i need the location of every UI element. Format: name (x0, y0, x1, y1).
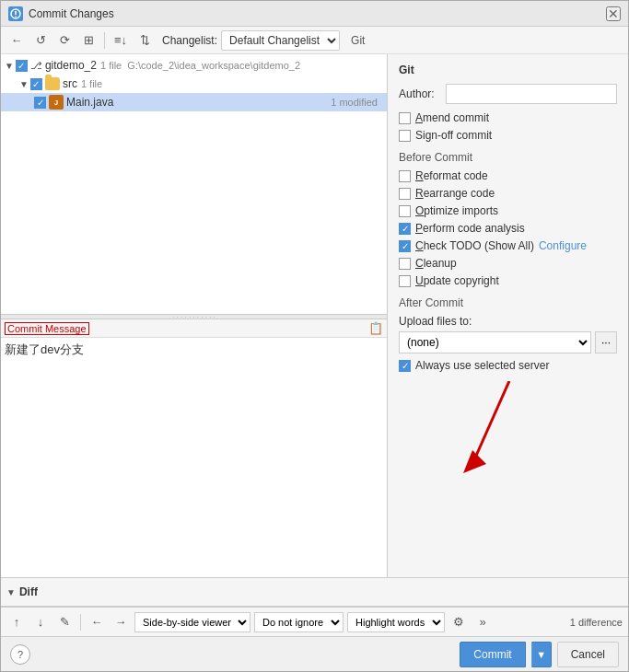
chevron-src: ▼ (19, 79, 29, 89)
diff-fwd-btn[interactable]: → (111, 612, 131, 632)
author-row: Author: (399, 84, 617, 104)
file-tree: ▼ ✓ ⎇ gitdemo_2 1 file G:\code_2\idea_wo… (1, 54, 387, 314)
diff-back-btn[interactable]: ← (87, 612, 107, 632)
checkbox-always-use[interactable]: ✓ (399, 360, 411, 372)
checkbox-main-java[interactable]: ✓ (34, 97, 46, 109)
gitdemo2-meta: 1 file G:\code_2\idea_workspace\gitdemo_… (100, 60, 300, 71)
right-panel: Git Author: Amend commit Sign-off commit… (388, 54, 628, 577)
amend-commit-row: Amend commit (399, 111, 617, 124)
update-copyright-label: Update copyright (415, 274, 499, 287)
close-button[interactable]: ✕ (606, 6, 621, 21)
diff-settings-btn[interactable]: ⚙ (448, 612, 469, 632)
cleanup-row: Cleanup (399, 257, 617, 270)
title-bar-left: Commit Changes (8, 6, 114, 21)
always-use-row: ✓ Always use selected server (399, 359, 617, 372)
svg-marker-4 (463, 450, 486, 473)
checkbox-src[interactable]: ✓ (30, 78, 42, 90)
toolbar-sort-btn[interactable]: ≡↓ (111, 30, 131, 51)
upload-row: (none) ··· (399, 331, 617, 353)
author-input[interactable] (446, 84, 617, 104)
toolbar-back-btn[interactable]: ← (6, 30, 27, 51)
diff-toolbar: ↑ ↓ ✎ ← → Side-by-side viewer Do not ign… (1, 607, 628, 636)
checkbox-gitdemo2[interactable]: ✓ (16, 60, 28, 72)
changelist-select[interactable]: Default Changelist (221, 30, 340, 51)
diff-up-btn[interactable]: ↑ (6, 612, 27, 632)
commit-msg-settings-btn[interactable]: 📋 (368, 321, 383, 335)
checkbox-cleanup[interactable] (399, 258, 411, 270)
help-button[interactable]: ? (10, 644, 30, 665)
left-panel: ▼ ✓ ⎇ gitdemo_2 1 file G:\code_2\idea_wo… (1, 54, 388, 577)
diff-edit-btn[interactable]: ✎ (54, 612, 75, 632)
cancel-button[interactable]: Cancel (557, 642, 619, 667)
diff-bar: ▼ Diff (1, 577, 628, 607)
arrow-area (399, 381, 617, 492)
tree-item-src[interactable]: ▼ ✓ src 1 file (1, 75, 387, 93)
ignore-select[interactable]: Do not ignore (254, 612, 344, 632)
upload-dots-btn[interactable]: ··· (595, 331, 617, 353)
checkbox-rearrange[interactable] (399, 188, 411, 200)
optimize-row: Optimize imports (399, 204, 617, 217)
always-use-label: Always use selected server (415, 359, 549, 372)
reformat-label: Reformat code (415, 169, 488, 182)
java-icon: J (49, 95, 64, 110)
commit-arrow-button[interactable]: ▼ (531, 642, 552, 667)
configure-link[interactable]: Configure (539, 239, 587, 252)
checkbox-update-copyright[interactable] (399, 275, 411, 287)
diff-count: 1 difference (570, 617, 623, 628)
toolbar-refresh-btn[interactable]: ⟳ (54, 30, 75, 51)
title-bar: Commit Changes ✕ (1, 1, 628, 27)
side-by-side-select[interactable]: Side-by-side viewer (134, 612, 250, 632)
after-commit-header: After Commit (399, 296, 617, 309)
upload-label: Upload files to: (399, 315, 617, 328)
checkbox-check-todo[interactable]: ✓ (399, 240, 411, 252)
modified-badge: 1 modified (331, 97, 383, 108)
cleanup-label: Cleanup (415, 257, 457, 270)
signoff-row: Sign-off commit (399, 129, 617, 142)
perform-row: ✓ Perform code analysis (399, 222, 617, 235)
checkbox-perform[interactable]: ✓ (399, 223, 411, 235)
checkbox-signoff[interactable] (399, 130, 411, 142)
after-commit-section: After Commit Upload files to: (none) ···… (399, 296, 617, 372)
git-icon: ⎇ (30, 60, 42, 72)
signoff-label: Sign-off commit (415, 129, 492, 142)
commit-button[interactable]: Commit (460, 642, 525, 667)
tree-item-gitdemo2[interactable]: ▼ ✓ ⎇ gitdemo_2 1 file G:\code_2\idea_wo… (1, 56, 387, 75)
diff-down-btn[interactable]: ↓ (30, 612, 51, 632)
highlight-select[interactable]: Highlight words (347, 612, 445, 632)
amend-commit-label: Amend commit (415, 111, 489, 124)
main-java-label: Main.java (66, 96, 113, 109)
checkbox-reformat[interactable] (399, 170, 411, 182)
folder-icon-src (45, 77, 60, 90)
changelist-label: Changelist: (162, 34, 217, 47)
checkbox-optimize[interactable] (399, 205, 411, 217)
dialog-icon (8, 6, 23, 21)
svg-point-2 (15, 16, 17, 17)
commit-msg-input[interactable]: 新建了dev分支 (1, 338, 387, 577)
upload-select[interactable]: (none) (399, 331, 591, 353)
toolbar-grid-btn[interactable]: ⊞ (78, 30, 99, 51)
rearrange-label: Rearrange code (415, 187, 495, 200)
toolbar-sep-1 (104, 32, 105, 49)
gitdemo2-label: gitdemo_2 (45, 59, 97, 72)
check-todo-row: ✓ Check TODO (Show All) Configure (399, 239, 617, 252)
diff-expand-icon: ▼ (6, 587, 16, 597)
main-content: ▼ ✓ ⎇ gitdemo_2 1 file G:\code_2\idea_wo… (1, 54, 628, 577)
diff-sep-1 (80, 614, 81, 631)
git-title: Git (399, 64, 617, 76)
svg-line-3 (472, 381, 509, 464)
optimize-label: Optimize imports (415, 204, 498, 217)
bottom-bar: ? Commit ▼ Cancel (1, 636, 628, 671)
toolbar-undo-btn[interactable]: ↺ (30, 30, 51, 51)
commit-message-area: Commit Message 📋 新建了dev分支 (1, 319, 387, 577)
chevron-gitdemo2: ▼ (5, 61, 14, 71)
diff-chevron-btn[interactable]: » (472, 612, 493, 632)
src-label: src (63, 77, 77, 90)
commit-msg-label: Commit Message (5, 322, 89, 335)
commit-msg-header: Commit Message 📋 (1, 319, 387, 338)
perform-label: Perform code analysis (415, 222, 525, 235)
checkbox-amend-commit[interactable] (399, 112, 411, 124)
arrow-svg (454, 381, 565, 492)
tree-item-main-java[interactable]: ✓ J Main.java 1 modified (1, 93, 387, 111)
toolbar-expand-btn[interactable]: ⇅ (134, 30, 155, 51)
git-section-label: Git (351, 34, 365, 47)
